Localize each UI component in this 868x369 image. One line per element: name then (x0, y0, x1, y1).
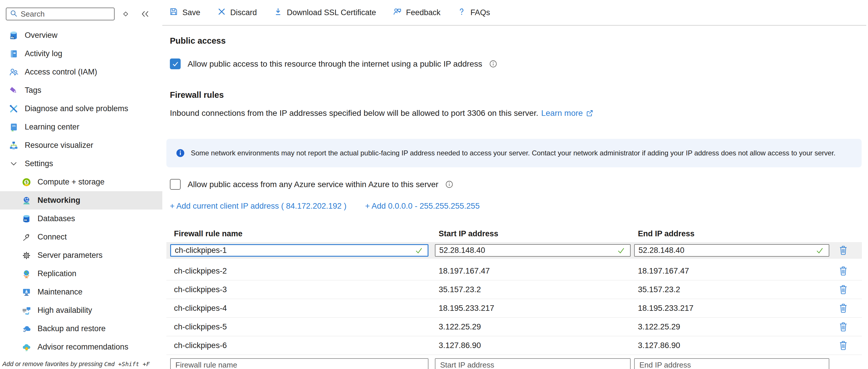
firewall-rules-table: Firewall rule name Start IP address End … (166, 227, 862, 369)
activity-log-icon (9, 49, 18, 59)
public-access-checkbox-row: Allow public access to this resource thr… (170, 59, 868, 69)
sidebar-item-activity-log[interactable]: Activity log (0, 44, 162, 63)
valid-check-icon (617, 247, 625, 254)
firewall-rule-row: ch-clickpipes-5 3.122.25.29 3.122.25.29 (166, 318, 862, 336)
end-ip-cell: 18.195.233.217 (634, 304, 833, 313)
info-filled-icon (176, 148, 185, 158)
sidebar-item-server-parameters[interactable]: Server parameters (0, 246, 162, 265)
discard-label: Discard (230, 8, 257, 17)
start-ip-input[interactable] (435, 244, 631, 257)
sidebar-item-diagnose[interactable]: Diagnose and solve problems (0, 99, 162, 118)
sidebar-item-label: Resource visualizer (25, 141, 93, 150)
external-link-icon (586, 110, 593, 117)
advisor-icon (22, 342, 31, 352)
resource-menu-sidebar: Search My Overview Activity log (0, 0, 162, 369)
start-ip-cell: 3.122.25.29 (435, 322, 634, 332)
sidebar-item-compute-storage[interactable]: $ Compute + storage (0, 173, 162, 191)
add-all-ips-link[interactable]: + Add 0.0.0.0 - 255.255.255.255 (365, 202, 480, 211)
new-rule-name-input[interactable] (170, 358, 429, 369)
delete-rule-button[interactable] (837, 341, 850, 350)
delete-rule-button[interactable] (837, 266, 850, 276)
resource-menu: My Overview Activity log Access control … (0, 26, 162, 356)
sidebar-item-access-control[interactable]: Access control (IAM) (0, 63, 162, 81)
download-ssl-certificate-button[interactable]: Download SSL Certificate (274, 7, 376, 18)
svg-text:My: My (10, 36, 14, 39)
new-end-ip-input[interactable] (634, 358, 829, 369)
rule-name-cell: ch-clickpipes-2 (170, 266, 435, 276)
sidebar-item-learning-center[interactable]: 101 Learning center (0, 118, 162, 136)
public-access-checkbox[interactable] (170, 59, 181, 69)
firewall-rule-row: ch-clickpipes-4 18.195.233.217 18.195.23… (166, 299, 862, 318)
sidebar-item-networking[interactable]: Networking (0, 191, 162, 210)
maintenance-icon (22, 287, 31, 297)
azure-services-checkbox-label: Allow public access from any Azure servi… (188, 180, 438, 189)
start-ip-cell: 3.127.86.90 (435, 341, 634, 350)
end-ip-cell: 3.127.86.90 (634, 341, 833, 350)
column-header-rule-name: Firewall rule name (170, 229, 435, 238)
rule-name-input[interactable] (170, 244, 429, 257)
feedback-icon (393, 7, 402, 18)
sidebar-item-label: Diagnose and solve problems (25, 104, 128, 113)
sidebar-item-high-availability[interactable]: High availability (0, 301, 162, 319)
faqs-button[interactable]: FAQs (457, 7, 490, 18)
info-icon[interactable] (489, 60, 497, 68)
access-control-icon (9, 67, 18, 77)
search-placeholder: Search (21, 9, 44, 19)
search-input[interactable]: Search (6, 7, 115, 20)
networking-blade: Save Discard Download SSL Certificate Fe… (162, 0, 868, 369)
sidebar-item-advisor[interactable]: Advisor recommendations (0, 338, 162, 356)
discard-button[interactable]: Discard (217, 7, 257, 18)
sidebar-item-label: Compute + storage (37, 178, 104, 187)
resource-visualizer-icon (9, 141, 18, 150)
add-client-ip-link[interactable]: + Add current client IP address ( 84.172… (170, 202, 346, 211)
delete-rule-button[interactable] (837, 304, 850, 313)
info-icon[interactable] (445, 180, 453, 188)
sidebar-item-resource-visualizer[interactable]: Resource visualizer (0, 136, 162, 155)
download-icon (274, 7, 282, 18)
azure-services-checkbox-row: Allow public access from any Azure servi… (170, 179, 868, 190)
firewall-rule-row: ch-clickpipes-6 3.127.86.90 3.127.86.90 (166, 336, 862, 355)
networking-icon (22, 195, 31, 205)
sidebar-item-label: Activity log (25, 49, 62, 58)
sidebar-item-connect[interactable]: Connect (0, 228, 162, 246)
rule-name-cell: ch-clickpipes-3 (170, 285, 435, 294)
rule-name-cell: ch-clickpipes-4 (170, 304, 435, 313)
discard-icon (217, 7, 226, 18)
command-bar: Save Discard Download SSL Certificate Fe… (162, 0, 866, 26)
firewall-rule-edit-row (166, 242, 862, 259)
sidebar-item-label: Maintenance (37, 287, 83, 297)
sidebar-group-settings[interactable]: Settings (0, 155, 162, 173)
delete-rule-button[interactable] (837, 285, 850, 295)
feedback-button[interactable]: Feedback (393, 7, 441, 18)
sidebar-item-tags[interactable]: Tags (0, 81, 162, 99)
connect-icon (22, 232, 31, 242)
sidebar-group-label: Settings (25, 159, 53, 168)
sidebar-item-maintenance[interactable]: Maintenance (0, 283, 162, 301)
firewall-rule-row: ch-clickpipes-3 35.157.23.2 35.157.23.2 (166, 280, 862, 299)
new-start-ip-input[interactable] (435, 358, 631, 369)
server-parameters-icon (22, 251, 31, 260)
download-ssl-label: Download SSL Certificate (287, 8, 376, 17)
learning-center-icon: 101 (9, 122, 18, 132)
start-ip-cell: 18.197.167.47 (435, 266, 634, 276)
faqs-label: FAQs (470, 8, 490, 17)
rule-name-cell: ch-clickpipes-5 (170, 322, 435, 332)
save-button[interactable]: Save (169, 7, 200, 18)
learn-more-link[interactable]: Learn more (541, 109, 583, 118)
sidebar-item-databases[interactable]: DB Databases (0, 210, 162, 228)
end-ip-input[interactable] (634, 244, 829, 257)
sidebar-item-overview[interactable]: My Overview (0, 26, 162, 44)
public-access-checkbox-label: Allow public access to this resource thr… (188, 59, 482, 69)
collapse-menu-icon[interactable] (141, 10, 150, 18)
high-availability-icon (22, 306, 31, 315)
start-ip-cell: 18.195.233.217 (435, 304, 634, 313)
azure-services-checkbox[interactable] (170, 179, 181, 190)
sidebar-item-backup-restore[interactable]: Backup and restore (0, 319, 162, 338)
column-header-start-ip: Start IP address (435, 229, 634, 238)
sidebar-item-replication[interactable]: Replication (0, 265, 162, 283)
feedback-label: Feedback (406, 8, 441, 17)
diamond-icon[interactable] (122, 10, 129, 18)
replication-icon (22, 269, 31, 278)
delete-rule-button[interactable] (837, 246, 850, 255)
delete-rule-button[interactable] (837, 322, 850, 332)
